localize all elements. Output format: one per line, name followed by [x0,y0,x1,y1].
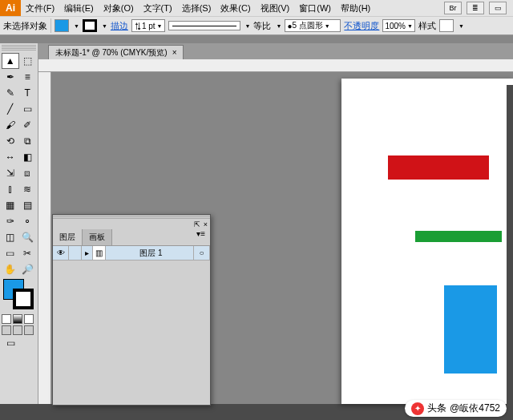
tool-7-0[interactable]: ⇲ [2,165,19,181]
menu-file[interactable]: 文件(F) [21,2,59,14]
brush-field[interactable]: ● 5 点圆形▼ [285,19,341,32]
layer-row[interactable]: 👁 ▸ ▥ 图层 1 ○ [53,246,210,260]
fill-swatch[interactable] [55,19,69,32]
opacity-field[interactable]: 100%▼ [382,19,415,32]
stroke-color-swatch[interactable] [13,289,34,309]
selection-status: 未选择对象 [3,20,47,32]
panel-menu-icon[interactable]: ▾≡ [192,229,210,245]
lock-toggle[interactable] [69,246,82,260]
panel-close-icon[interactable]: × [204,220,208,228]
close-tab-icon[interactable]: × [172,48,177,57]
tab-layers[interactable]: 图层 [53,229,83,245]
menu-type[interactable]: 文字(T) [139,2,177,14]
document-tab-title: 未标题-1* @ 70% (CMYK/预览) [55,47,168,59]
tool-10-0[interactable]: ✑ [2,213,19,229]
tool-11-1[interactable]: 🔍 [19,229,37,245]
layer-name[interactable]: 图层 1 [106,246,194,260]
watermark-icon: ✦ [411,402,424,415]
tool-0-0[interactable]: ▲ [2,53,19,69]
expand-layer-icon[interactable]: ▸ [82,246,93,260]
stroke-dropdown-icon[interactable]: ▼ [102,23,107,29]
none-mode-icon[interactable] [24,314,34,324]
draw-behind-icon[interactable] [13,325,22,335]
tool-8-1[interactable]: ≋ [19,181,37,197]
tool-3-1[interactable]: ▭ [19,101,37,117]
tool-7-1[interactable]: ⧇ [19,165,37,181]
stroke-link[interactable]: 描边 [111,20,128,32]
options-bar: 未选择对象 ▼ ▼ 描边 ⮁1 pt▼ ▼ 等比▼ ● 5 点圆形▼ 不透明度 … [0,16,513,35]
tool-13-0[interactable]: ✋ [2,261,19,277]
tool-12-0[interactable]: ▭ [2,245,19,261]
document-tab-bar: 未标题-1* @ 70% (CMYK/预览) × [38,43,513,59]
tool-10-1[interactable]: ⚬ [19,213,37,229]
ruler-horizontal[interactable] [38,59,513,72]
menu-bar: Ai 文件(F) 编辑(E) 对象(O) 文字(T) 选择(S) 效果(C) 视… [0,0,513,16]
proportion-dropdown-icon[interactable]: ▼ [276,23,281,29]
tool-6-0[interactable]: ↔ [2,149,19,165]
tab-artboards[interactable]: 画板 [83,229,112,245]
app-logo: Ai [0,0,21,16]
menu-effect[interactable]: 效果(C) [216,2,255,14]
stroke-style-box[interactable] [168,21,240,30]
tool-11-0[interactable]: ◫ [2,229,19,245]
menu-view[interactable]: 视图(V) [256,2,295,14]
red-rect-shape[interactable] [388,155,489,180]
menu-window[interactable]: 窗口(W) [294,2,336,14]
tool-2-1[interactable]: T [19,85,37,101]
tool-6-1[interactable]: ◧ [19,149,37,165]
proportion-label: 等比 [253,20,271,32]
color-mode-icon[interactable] [2,314,11,324]
draw-inside-icon[interactable] [24,325,34,335]
tool-4-0[interactable]: 🖌 [2,117,19,133]
screen-mode-icon[interactable]: ▭ [489,2,507,14]
right-dock[interactable] [507,85,513,420]
layer-thumbnail: ▥ [93,246,106,260]
fill-stroke-control[interactable] [2,277,37,313]
tool-9-1[interactable]: ▤ [19,197,37,213]
tool-12-1[interactable]: ✂ [19,245,37,261]
style-dropdown-icon[interactable]: ▼ [458,23,464,29]
watermark: ✦ 头条 @皈依4752 [405,400,507,417]
stroke-swatch[interactable] [83,19,97,32]
target-icon[interactable]: ○ [194,246,210,260]
control-bar-grip[interactable] [0,35,513,43]
tool-9-0[interactable]: ▦ [2,197,19,213]
visibility-toggle-icon[interactable]: 👁 [53,246,69,260]
draw-normal-icon[interactable] [2,325,11,335]
artboard[interactable] [341,79,513,404]
style-label: 样式 [418,20,436,32]
style-swatch[interactable] [439,19,454,32]
toolbox: ▲⬚✒≡✎T╱▭🖌✐⟲⧉↔◧⇲⧇⫿≋▦▤✑⚬◫🔍▭✂✋🔎 ▭ [0,43,38,404]
watermark-prefix: 头条 [427,402,446,415]
tool-0-1[interactable]: ⬚ [19,53,37,69]
green-rect-shape[interactable] [415,231,502,242]
arrange-docs-icon[interactable]: ≣ [467,2,484,14]
layers-panel[interactable]: ⇱ × 图层 画板 ▾≡ 👁 ▸ ▥ 图层 1 ○ [52,214,211,406]
tool-5-0[interactable]: ⟲ [2,133,19,149]
ruler-vertical[interactable] [38,72,51,404]
watermark-text: @皈依4752 [450,402,500,415]
menu-object[interactable]: 对象(O) [99,2,139,14]
toolbox-grip[interactable] [2,45,36,51]
screen-mode-tool[interactable]: ▭ [2,335,19,351]
tool-13-1[interactable]: 🔎 [19,261,37,277]
menu-edit[interactable]: 编辑(E) [59,2,99,14]
blue-rect-shape[interactable] [444,285,497,374]
tool-8-0[interactable]: ⫿ [2,181,19,197]
gradient-mode-icon[interactable] [13,314,22,324]
tool-1-1[interactable]: ≡ [19,69,37,85]
tool-5-1[interactable]: ⧉ [19,133,37,149]
tool-4-1[interactable]: ✐ [19,117,37,133]
tool-1-0[interactable]: ✒ [2,69,19,85]
tool-2-0[interactable]: ✎ [2,85,19,101]
fill-dropdown-icon[interactable]: ▼ [74,23,79,29]
panel-collapse-icon[interactable]: ⇱ [194,220,200,228]
stroke-style-dropdown-icon[interactable]: ▼ [245,23,251,29]
bridge-icon[interactable]: Br [444,2,462,14]
menu-select[interactable]: 选择(S) [177,2,216,14]
stroke-weight-field[interactable]: ⮁1 pt▼ [131,19,165,32]
document-tab[interactable]: 未标题-1* @ 70% (CMYK/预览) × [48,45,184,59]
menu-help[interactable]: 帮助(H) [336,2,375,14]
tool-3-0[interactable]: ╱ [2,101,19,117]
opacity-link[interactable]: 不透明度 [344,20,379,32]
